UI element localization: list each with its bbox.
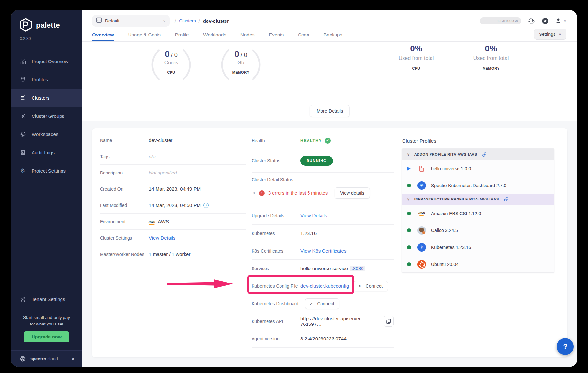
profile-item-label: Calico 3.24.5 xyxy=(431,228,458,233)
cpu-gauge: 0 / 0 Cores CPU xyxy=(150,43,193,86)
cluster-status-column: Health HEALTHY ✓ Cluster Status RUNNING xyxy=(252,132,394,351)
status-ok-dot xyxy=(407,245,411,249)
upgrade-now-button[interactable]: Upgrade now xyxy=(24,331,69,342)
tab-workloads[interactable]: Workloads xyxy=(203,32,226,41)
info-row-description: DescriptionNot specified. xyxy=(100,165,246,181)
memory-gauge: 0 / 0 Gb MEMORY xyxy=(219,43,262,86)
sidebar-item-profiles[interactable]: Profiles xyxy=(11,70,82,89)
profile-item-hello-universe-1-0-0[interactable]: hello-universe 1.0.0 xyxy=(402,160,554,177)
profile-item-label: hello-universe 1.0.0 xyxy=(431,166,471,171)
tab-profile[interactable]: Profile xyxy=(175,32,189,41)
project-selector[interactable]: Default ∨ xyxy=(92,15,170,27)
sidebar-item-clusters[interactable]: Clusters xyxy=(11,89,82,107)
user-menu[interactable]: ∨ xyxy=(555,18,566,24)
kubeconfig-connect-button[interactable]: >_Connect xyxy=(353,281,388,291)
profile-item-spectro-kubernetes-dashboard-2-7-0[interactable]: ✳ Spectro Kubernetes Dashboard 2.7.0 xyxy=(402,177,554,194)
breadcrumb: / Clusters / dev-cluster xyxy=(175,18,229,24)
chevron-down-icon: ∨ xyxy=(559,32,561,36)
settings-button[interactable]: Settings ∨ xyxy=(534,29,566,40)
info-row-environment: EnvironmentawsAWS xyxy=(100,214,246,230)
user-icon xyxy=(555,18,562,24)
meta-label: Services xyxy=(252,266,300,271)
info-value: 14 Mar, 2023, 04:49 PM xyxy=(149,186,201,192)
sidebar-item-cluster-groups[interactable]: Cluster Groups xyxy=(11,107,82,125)
workspaces-icon xyxy=(19,131,26,137)
cluster-settings-link[interactable]: View Details xyxy=(149,235,175,241)
chat-icon[interactable] xyxy=(528,18,535,24)
brand-logo: palette xyxy=(11,10,82,35)
info-value: awsAWS xyxy=(149,218,169,225)
sidebar-item-workspaces[interactable]: Workspaces xyxy=(11,125,82,143)
meta-row-upgrade-details: Upgrade DetailsView Details xyxy=(252,207,394,225)
meta-label: K8s Certificates xyxy=(252,248,300,254)
sidebar-item-project-overview[interactable]: Project Overview xyxy=(11,52,82,70)
usage-quota-badge: 1.13/100kCh xyxy=(480,17,521,24)
profile-item-calico-3-24-5[interactable]: Calico 3.24.5 xyxy=(402,222,554,239)
help-button[interactable]: ? xyxy=(557,338,574,355)
profiles-icon xyxy=(19,76,26,83)
profile-item-kubernetes-1-23-16[interactable]: ✳ Kubernetes 1.23.16 xyxy=(402,239,554,256)
dashboard-connect-button[interactable]: >_Connect xyxy=(305,298,339,309)
sidebar-item-audit-logs[interactable]: Audit Logs xyxy=(11,143,82,161)
service-name: hello-universe-service xyxy=(300,266,348,271)
copy-icon[interactable] xyxy=(384,316,394,327)
tab-overview[interactable]: Overview xyxy=(92,32,114,41)
tab-backups[interactable]: Backups xyxy=(323,32,342,41)
star-badge-icon[interactable] xyxy=(542,18,549,24)
profile-section-infrastructure-profile-rita-aws-iaas[interactable]: ∨ INFRASTRUCTURE PROFILE RITA-AWS-IAAS xyxy=(402,194,554,205)
upsell-banner: Start small and only pay for what you us… xyxy=(11,312,82,351)
upgrade-details-link[interactable]: View Details xyxy=(300,213,327,218)
info-value: n/a xyxy=(149,154,156,159)
tab-nodes[interactable]: Nodes xyxy=(240,32,254,41)
info-row-cluster-settings: Cluster SettingsView Details xyxy=(100,230,246,246)
cluster-groups-icon xyxy=(19,113,26,119)
kubeconfig-download-link[interactable]: dev-cluster.kubeconfig xyxy=(300,283,349,289)
upsell-text-line2: for what you use! xyxy=(15,321,78,327)
k8s-certificates-link[interactable]: View K8s Certificates xyxy=(300,248,346,254)
status-ok-dot xyxy=(407,262,411,266)
chevron-down-icon: ∨ xyxy=(564,19,566,23)
tab-usage-costs[interactable]: Usage & Costs xyxy=(128,32,161,41)
memory-usage-percent: 0% Used from total MEMORY xyxy=(468,44,514,101)
sidebar-item-tenant-settings[interactable]: Tenant Settings xyxy=(11,290,82,309)
tab-events[interactable]: Events xyxy=(269,32,284,41)
profile-item-label: Ubuntu 20.04 xyxy=(431,262,458,267)
service-port-link[interactable]: :8080 xyxy=(350,266,365,271)
info-label: Environment xyxy=(100,219,149,224)
tab-scan[interactable]: Scan xyxy=(298,32,309,41)
ubuntu-icon xyxy=(417,260,427,269)
cluster-detail-status-block: Cluster Detail Status > ! 3 errors in th… xyxy=(252,173,394,207)
status-ok-dot xyxy=(407,184,411,187)
profile-item-amazon-ebs-csi-1-12-0[interactable]: aws Amazon EBS CSI 1.12.0 xyxy=(402,205,554,222)
project-scope-icon xyxy=(96,17,102,24)
meta-value: 1.23.16 xyxy=(300,230,317,236)
view-error-details-button[interactable]: View details xyxy=(335,187,370,199)
info-row-master-worker-nodes: Master/Worker Nodes1 master / 1 worker xyxy=(100,246,246,262)
sidebar-item-project-settings[interactable]: ⚙ Project Settings xyxy=(11,161,82,180)
chevron-down-icon: ∨ xyxy=(163,19,166,23)
sidebar-spacer xyxy=(11,180,82,290)
usage-summary-card: 0 / 0 Cores CPU xyxy=(82,42,577,121)
audit-logs-icon xyxy=(19,149,26,156)
profile-item-ubuntu-20-04[interactable]: Ubuntu 20.04 xyxy=(402,256,554,272)
errors-summary: 3 errors in the last 5 minutes xyxy=(268,190,328,196)
info-label: Tags xyxy=(100,154,149,159)
api-url: https://dev-cluster-apiserver-761597… xyxy=(300,316,380,327)
meta-label: Kubernetes Config File xyxy=(252,283,300,289)
profile-section-addon-profile-rita-aws-iaas[interactable]: ∨ ADDON PROFILE RITA-AWS-IAAS xyxy=(402,149,554,160)
info-icon[interactable]: i xyxy=(203,203,209,208)
sidebar-item-label: Project Overview xyxy=(32,59,68,64)
meta-row-kubernetes-dashboard: Kubernetes Dashboard>_Connect xyxy=(252,295,394,312)
breadcrumb-clusters-link[interactable]: Clusters xyxy=(179,18,196,23)
more-details-button[interactable]: More Details xyxy=(310,105,350,117)
profile-item-label: Kubernetes 1.23.16 xyxy=(431,245,471,250)
meta-row-kubernetes-config-file: Kubernetes Config Filedev-cluster.kubeco… xyxy=(252,277,394,295)
brand-name: palette xyxy=(36,21,60,30)
expand-chevron-icon[interactable]: > xyxy=(253,190,255,196)
topbar-actions: 1.13/100kCh xyxy=(480,17,566,24)
terminal-icon: >_ xyxy=(310,301,314,306)
chain-link-icon xyxy=(504,197,509,202)
health-value: HEALTHY ✓ xyxy=(300,138,331,144)
collapse-sidebar-button[interactable]: < xyxy=(72,356,75,362)
cluster-profiles-title: Cluster Profiles xyxy=(402,138,559,144)
